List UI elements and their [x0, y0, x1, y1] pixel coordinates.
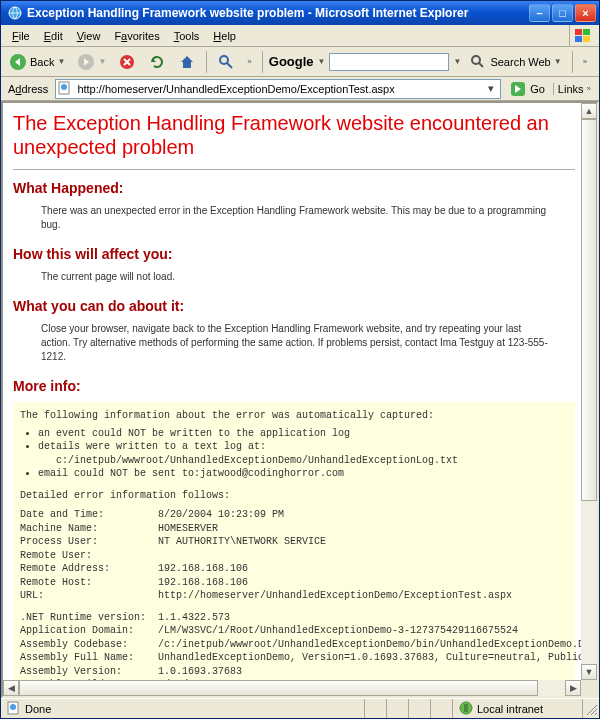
windows-flag-icon	[569, 25, 595, 47]
kv-row: Remote Host: 192.168.168.106	[20, 576, 568, 590]
svg-point-9	[472, 56, 480, 64]
chevron-down-icon: ▼	[57, 57, 65, 66]
menu-file[interactable]: File	[5, 28, 37, 44]
scroll-left-button[interactable]: ◀	[3, 680, 19, 696]
resize-grip[interactable]	[583, 701, 599, 717]
forward-button[interactable]: ▼	[73, 50, 110, 74]
scroll-thumb[interactable]	[19, 680, 538, 696]
toolbar: Back ▼ ▼ » Google ▼ ▼ Search Web ▼ »	[1, 47, 599, 77]
status-text: Done	[25, 703, 51, 715]
detail-heading: Detailed error information follows:	[20, 489, 568, 503]
google-search-input[interactable]	[329, 53, 449, 71]
addressbar: Address http://homeserver/UnhandledExcep…	[1, 77, 599, 101]
intranet-icon	[459, 701, 473, 717]
scroll-up-button[interactable]: ▲	[581, 103, 597, 119]
chevron-down-icon: ▼	[98, 57, 106, 66]
forward-icon	[77, 53, 95, 71]
vertical-scrollbar[interactable]: ▲ ▼	[581, 103, 597, 680]
divider	[13, 169, 575, 170]
kv-row: Machine Name: HOMESERVER	[20, 522, 568, 536]
scroll-corner	[581, 680, 597, 696]
kv-row: Assembly Version: 1.0.1693.37683	[20, 665, 568, 679]
section-action-body: Close your browser, navigate back to the…	[41, 322, 551, 364]
search-icon	[217, 53, 235, 71]
security-zone-pane: Local intranet	[453, 699, 583, 718]
window-buttons: – □ ×	[529, 4, 596, 22]
scroll-thumb[interactable]	[581, 119, 597, 501]
status-main-pane: Done	[1, 699, 365, 718]
kv-row: Assembly Codebase: /c:/inetpub/wwwroot/U…	[20, 638, 568, 652]
kv-row: Application Domain: /LM/W3SVC/1/Root/Unh…	[20, 624, 568, 638]
scroll-down-button[interactable]: ▼	[581, 664, 597, 680]
kv-row: Remote User:	[20, 549, 568, 563]
chevron-down-icon: ▼	[554, 57, 562, 66]
status-pane	[365, 699, 387, 718]
back-icon	[9, 53, 27, 71]
page-content: The Exception Handling Framework website…	[3, 103, 581, 680]
detail-block-2: .NET Runtime version: 1.1.4322.573 Appli…	[20, 611, 568, 681]
svg-point-11	[61, 84, 67, 90]
more-info-bullets: an event could NOT be written to the app…	[38, 427, 568, 481]
links-button[interactable]: Links »	[553, 83, 595, 95]
menu-help[interactable]: Help	[206, 28, 243, 44]
scroll-track[interactable]	[581, 119, 597, 664]
search-web-button[interactable]: Search Web ▼	[465, 50, 565, 74]
scroll-right-button[interactable]: ▶	[565, 680, 581, 696]
back-button[interactable]: Back ▼	[5, 50, 69, 74]
refresh-button[interactable]	[144, 50, 170, 74]
section-what-happened-title: What Happened:	[13, 180, 575, 196]
links-label: Links	[558, 83, 584, 95]
list-item: details were written to a text log at: c…	[38, 440, 568, 467]
list-item: email could NOT be sent to:jatwood@codin…	[38, 467, 568, 481]
close-button[interactable]: ×	[575, 4, 596, 22]
status-pane	[431, 699, 453, 718]
more-info-intro: The following information about the erro…	[20, 409, 568, 423]
svg-rect-4	[583, 36, 590, 42]
refresh-icon	[148, 53, 166, 71]
stop-button[interactable]	[114, 50, 140, 74]
chevron-right-icon: »	[583, 57, 587, 66]
section-affect-title: How this will affect you:	[13, 246, 575, 262]
page-icon	[58, 81, 74, 97]
status-pane	[387, 699, 409, 718]
kv-row: .NET Runtime version: 1.1.4322.573	[20, 611, 568, 625]
go-label: Go	[530, 83, 545, 95]
detail-block-1: Date and Time: 8/20/2004 10:23:09 PM Mac…	[20, 508, 568, 603]
address-combo[interactable]: http://homeserver/UnhandledExceptionDemo…	[55, 79, 501, 99]
status-pane	[409, 699, 431, 718]
search-button[interactable]	[213, 50, 239, 74]
search-icon	[469, 53, 487, 71]
svg-rect-2	[583, 29, 590, 35]
chevron-down-icon[interactable]: ▾	[484, 82, 498, 95]
toolbar-chevron[interactable]: »	[243, 50, 255, 74]
content-area: The Exception Handling Framework website…	[1, 101, 599, 698]
menu-favorites[interactable]: Favorites	[107, 28, 166, 44]
statusbar: Done Local intranet	[1, 698, 599, 718]
scroll-track[interactable]	[19, 680, 565, 696]
chevron-right-icon: »	[587, 84, 591, 93]
home-icon	[178, 53, 196, 71]
search-web-label: Search Web	[490, 56, 550, 68]
go-button[interactable]: Go	[505, 80, 549, 98]
menu-view[interactable]: View	[70, 28, 108, 44]
kv-row: Assembly Full Name: UnhandledExceptionDe…	[20, 651, 568, 665]
chevron-down-icon[interactable]: ▼	[318, 57, 326, 66]
home-button[interactable]	[174, 50, 200, 74]
page-icon	[7, 701, 21, 717]
kv-row: Remote Address: 192.168.168.106	[20, 562, 568, 576]
chevron-down-icon[interactable]: ▼	[453, 57, 461, 66]
menu-edit[interactable]: Edit	[37, 28, 70, 44]
list-item: an event could NOT be written to the app…	[38, 427, 568, 441]
section-what-happened-body: There was an unexpected error in the Exc…	[41, 204, 551, 232]
back-label: Back	[30, 56, 54, 68]
kv-row: Date and Time: 8/20/2004 10:23:09 PM	[20, 508, 568, 522]
maximize-button[interactable]: □	[552, 4, 573, 22]
ie-icon	[7, 5, 23, 21]
menu-tools[interactable]: Tools	[167, 28, 207, 44]
svg-point-14	[10, 704, 16, 710]
toolbar-chevron-2[interactable]: »	[579, 50, 591, 74]
horizontal-scrollbar[interactable]: ◀ ▶	[3, 680, 581, 696]
minimize-button[interactable]: –	[529, 4, 550, 22]
page-title: The Exception Handling Framework website…	[13, 111, 575, 159]
section-action-title: What you can do about it:	[13, 298, 575, 314]
